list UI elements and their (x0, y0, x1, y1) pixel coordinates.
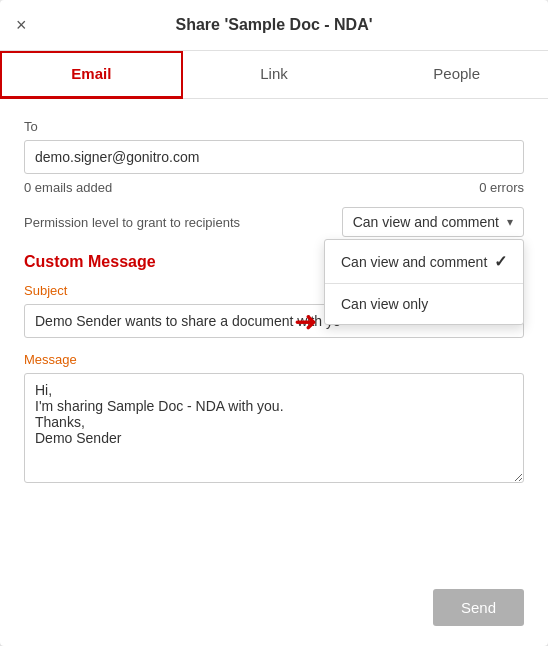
to-input[interactable] (24, 140, 524, 174)
permission-selected-value: Can view and comment (353, 214, 499, 230)
dropdown-item-view-comment[interactable]: Can view and comment ✓ (325, 240, 523, 283)
modal-body: To 0 emails added 0 errors Permission le… (0, 99, 548, 577)
tab-bar: Email Link People (0, 51, 548, 99)
chevron-down-icon: ▾ (507, 215, 513, 229)
permission-row: Permission level to grant to recipients … (24, 207, 524, 237)
tab-email[interactable]: Email (0, 51, 183, 99)
modal-header: × Share 'Sample Doc - NDA' (0, 0, 548, 51)
permission-dropdown-wrapper: Can view and comment ▾ Can view and comm… (342, 207, 524, 237)
tab-link[interactable]: Link (183, 51, 366, 99)
close-button[interactable]: × (16, 16, 27, 34)
dropdown-item-view-only[interactable]: Can view only (325, 284, 523, 324)
to-label: To (24, 119, 524, 134)
tab-people[interactable]: People (365, 51, 548, 99)
message-section: Message Hi, I'm sharing Sample Doc - NDA… (24, 352, 524, 487)
emails-added-count: 0 emails added (24, 180, 112, 195)
modal-footer: Send (0, 577, 548, 646)
dropdown-item-label-view-comment: Can view and comment (341, 254, 487, 270)
permission-select[interactable]: Can view and comment ▾ (342, 207, 524, 237)
message-textarea[interactable]: Hi, I'm sharing Sample Doc - NDA with yo… (24, 373, 524, 483)
checkmark-icon: ✓ (494, 252, 507, 271)
permission-label: Permission level to grant to recipients (24, 215, 240, 230)
dropdown-item-label-view-only: Can view only (341, 296, 428, 312)
modal-title: Share 'Sample Doc - NDA' (176, 16, 373, 34)
message-label: Message (24, 352, 524, 367)
send-button[interactable]: Send (433, 589, 524, 626)
permission-dropdown-menu: Can view and comment ✓ Can view only (324, 239, 524, 325)
emails-info: 0 emails added 0 errors (24, 180, 524, 195)
share-modal: × Share 'Sample Doc - NDA' Email Link Pe… (0, 0, 548, 646)
errors-count: 0 errors (479, 180, 524, 195)
